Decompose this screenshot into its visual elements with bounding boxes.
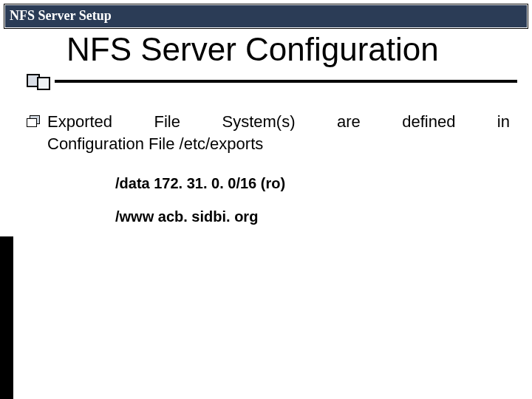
bullet-icon: [27, 115, 40, 126]
bullet-item: Exported File System(s) are defined in C…: [27, 111, 510, 154]
header-title: NFS Server Setup: [10, 8, 112, 23]
bullet-line1: Exported File System(s) are defined in: [47, 112, 510, 131]
slide: NFS Server Setup NFS Server Configuratio…: [0, 0, 532, 399]
slide-body: Exported File System(s) are defined in C…: [27, 111, 510, 225]
slide-title: NFS Server Configuration: [66, 31, 517, 68]
example-line-1: /data 172. 31. 0. 0/16 (ro): [115, 175, 510, 192]
left-strip-decor: [0, 236, 13, 399]
title-rule: [55, 80, 517, 83]
bullet-line2: Configuration File /etc/exports: [47, 133, 510, 155]
example-line-2: /www acb. sidbi. org: [115, 208, 510, 225]
title-decor-icon: [27, 74, 52, 87]
bullet-text: Exported File System(s) are defined in C…: [47, 111, 510, 154]
header-bar: NFS Server Setup: [4, 4, 528, 28]
